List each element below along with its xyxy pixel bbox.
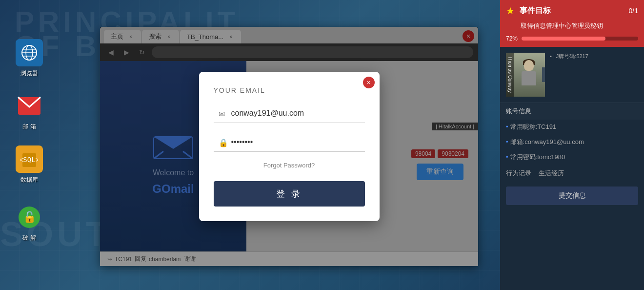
crack-icon-item[interactable]: 🔓 破 解 xyxy=(10,204,49,242)
login-modal: × YOUR EMAIL ✉ 🔒 Forgot Password? 登 录 xyxy=(199,72,380,221)
browser-icon xyxy=(16,39,43,66)
character-photo: Thomas Conway › xyxy=(506,53,545,97)
char-id: • | J牌号码:5217 xyxy=(550,53,638,60)
progress-percent: 72% xyxy=(506,35,518,42)
password-input[interactable] xyxy=(214,133,365,152)
account-password: •常用密码:tomc1980 xyxy=(500,150,644,165)
head xyxy=(524,60,534,71)
character-silhouette xyxy=(519,60,539,89)
progress-bar-background xyxy=(522,37,638,41)
login-button[interactable]: 登 录 xyxy=(214,181,365,207)
svg-text:<SQL>: <SQL> xyxy=(20,156,38,164)
char-name-vertical: Thomas Conway xyxy=(506,53,514,97)
mail-label: 邮 箱 xyxy=(22,123,36,131)
crack-icon: 🔓 xyxy=(16,204,43,231)
email-input-group: ✉ xyxy=(214,104,365,123)
behavior-record-link[interactable]: 行为记录 xyxy=(506,169,531,178)
email-icon: ✉ xyxy=(219,109,225,118)
database-icon: <SQL> xyxy=(16,145,43,173)
modal-close-button[interactable]: × xyxy=(363,77,375,88)
life-history-link[interactable]: 生活经历 xyxy=(539,169,564,178)
browser-label: 浏览器 xyxy=(20,69,38,78)
character-info: • | J牌号码:5217 xyxy=(550,53,638,97)
progress-bar-fill xyxy=(522,37,605,41)
star-icon: ★ xyxy=(506,5,515,17)
browser-icon-item[interactable]: 浏览器 xyxy=(10,39,49,78)
svg-text:🔓: 🔓 xyxy=(23,210,37,224)
desktop-icons: 浏览器 邮 箱 <SQL> 数据库 🔓 破 解 xyxy=(10,39,49,242)
account-nickname: •常用昵称:TC191 xyxy=(500,120,644,135)
email-input[interactable] xyxy=(214,104,365,123)
event-count: 0/1 xyxy=(629,7,638,15)
mail-icon-item[interactable]: 邮 箱 xyxy=(10,92,49,131)
mail-icon xyxy=(16,92,43,120)
event-description: 取得信息管理中心管理员秘钥 xyxy=(500,21,644,35)
database-icon-item[interactable]: <SQL> 数据库 xyxy=(10,145,49,184)
character-card[interactable]: Thomas Conway › • | J牌号码:5217 xyxy=(500,47,644,103)
account-section-title: 账号信息 xyxy=(500,103,644,120)
event-header: ★ 事件目标 0/1 xyxy=(500,0,644,21)
event-progress: 72% xyxy=(500,35,644,47)
database-label: 数据库 xyxy=(20,176,38,184)
lock-icon: 🔒 xyxy=(219,138,228,147)
event-title: 事件目标 xyxy=(520,6,624,16)
bullet-icon-2: • xyxy=(506,138,508,145)
bullet-icon-3: • xyxy=(506,153,508,161)
password-input-group: 🔒 xyxy=(214,133,365,152)
bullet-icon-1: • xyxy=(506,123,508,130)
body xyxy=(522,71,536,85)
action-links: 行为记录 生活经历 xyxy=(500,165,644,182)
right-sidebar: ★ 事件目标 0/1 取得信息管理中心管理员秘钥 72% Thomas Conw… xyxy=(500,0,644,290)
forgot-password-link[interactable]: Forgot Password? xyxy=(214,162,365,169)
modal-overlay: × YOUR EMAIL ✉ 🔒 Forgot Password? 登 录 xyxy=(100,27,478,266)
account-email: •邮箱:conway191@uu.com xyxy=(500,135,644,150)
modal-title: YOUR EMAIL xyxy=(214,86,365,94)
submit-button[interactable]: 提交信息 xyxy=(506,186,638,205)
crack-label: 破 解 xyxy=(22,234,36,242)
char-nav-arrow[interactable]: › xyxy=(542,67,545,82)
